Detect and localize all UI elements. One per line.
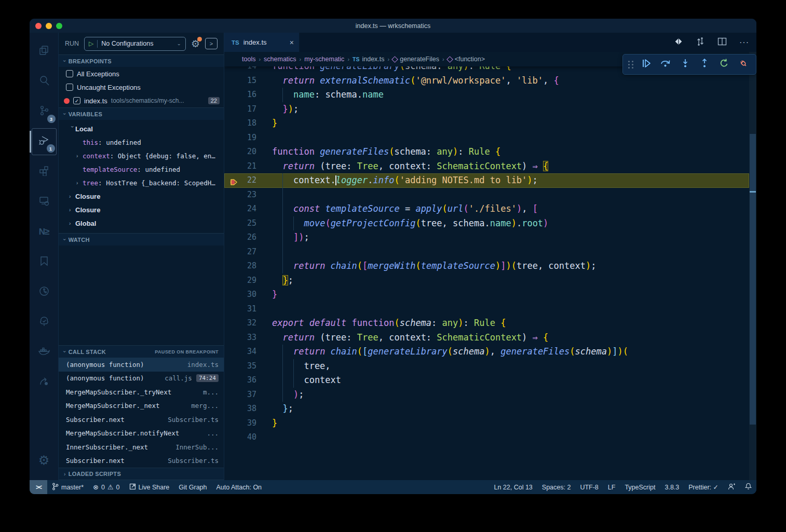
sidebar-item-source-control[interactable]: 3	[32, 98, 57, 125]
launch-configuration-dropdown[interactable]: ▷ No Configurations ⌄	[84, 37, 186, 51]
code-line[interactable]: 33 return (tree: Tree, context: Schemati…	[224, 331, 749, 345]
synchronize-button[interactable]	[696, 37, 705, 48]
code-line[interactable]: 18}	[224, 116, 749, 131]
line-number[interactable]: 37	[224, 388, 256, 402]
code-line[interactable]: 36 context	[224, 373, 749, 388]
step-into-button[interactable]	[678, 57, 693, 72]
breakpoint-row[interactable]: ✓index.tstools/schematics/my-sch...22	[59, 94, 224, 107]
breadcrumb-item[interactable]: my-schematic	[304, 56, 344, 63]
code-line[interactable]: 32export default function(schema: any): …	[224, 316, 749, 331]
auto-attach-item[interactable]: Auto Attach: On	[212, 480, 267, 494]
line-number[interactable]: 18	[224, 116, 256, 131]
call-stack-frame[interactable]: InnerSubscriber._nextInnerSub...	[59, 440, 224, 454]
code-line[interactable]: 27	[224, 245, 749, 260]
variable-row[interactable]: templateSource: undefined	[59, 162, 224, 176]
tab-index-ts[interactable]: TS index.ts ×	[224, 33, 300, 52]
variable-scope-row[interactable]: ›Closure	[59, 189, 224, 203]
call-stack-frame[interactable]: (anonymous function)call.js74:24	[59, 372, 224, 386]
breadcrumb-item[interactable]: schematics	[264, 56, 296, 63]
code-line[interactable]: 22 context.logger.info('adding NOTES.md …	[224, 173, 749, 188]
live-share-item[interactable]: Live Share	[125, 480, 174, 494]
line-number[interactable]: 19	[224, 131, 256, 145]
step-out-button[interactable]	[698, 57, 712, 72]
call-stack-frame[interactable]: Subscriber.nextSubscriber.ts	[59, 454, 224, 468]
code-line[interactable]: 17 });	[224, 102, 749, 117]
close-window-button[interactable]	[35, 23, 42, 29]
sidebar-item-bookmarks[interactable]	[32, 249, 57, 276]
line-number[interactable]: 31	[224, 302, 256, 317]
breakpoint-row[interactable]: All Exceptions	[59, 67, 224, 80]
scrollbar-slider[interactable]	[750, 134, 756, 425]
line-number[interactable]: 34	[224, 345, 256, 359]
code-line[interactable]: 25 move(getProjectConfig(tree, schema.na…	[224, 216, 749, 231]
code-line[interactable]: 31	[224, 302, 749, 317]
line-number[interactable]: 17	[224, 102, 256, 117]
breakpoints-section-header[interactable]: › BREAKPOINTS	[59, 54, 224, 67]
line-number[interactable]: 15	[224, 74, 256, 88]
call-stack-frame[interactable]: MergeMapSubscriber._tryNextm...	[59, 385, 224, 399]
encoding-item[interactable]: UTF-8	[575, 480, 603, 494]
code-line[interactable]: 34 return chain([generateLibrary(schema)…	[224, 345, 749, 359]
prettier-item[interactable]: Prettier: ✓	[684, 480, 723, 494]
breakpoint-checkbox[interactable]: ✓	[73, 97, 80, 104]
breakpoint-row[interactable]: Uncaught Exceptions	[59, 80, 224, 94]
line-number[interactable]: 38	[224, 402, 256, 416]
line-number[interactable]: 21	[224, 159, 256, 174]
variable-row[interactable]: this: undefined	[59, 135, 224, 149]
call-stack-frame[interactable]: Subscriber.nextSubscriber.ts	[59, 413, 224, 427]
eol-item[interactable]: LF	[603, 480, 620, 494]
feedback-item[interactable]	[723, 480, 740, 494]
line-number[interactable]: 35	[224, 359, 256, 374]
line-number[interactable]: 25	[224, 216, 256, 231]
sidebar-item-nx-console[interactable]: N≥	[32, 219, 57, 245]
code-line[interactable]: 19	[224, 131, 749, 145]
variable-row[interactable]: ›tree: HostTree {_backend: ScopedH…	[59, 176, 224, 189]
code-line[interactable]: 24 const templateSource = apply(url('./f…	[224, 202, 749, 216]
code-line[interactable]: 35 tree,	[224, 359, 749, 374]
breakpoint-checkbox[interactable]	[66, 70, 73, 77]
line-number[interactable]: 28	[224, 259, 256, 274]
sidebar-item-remote-explorer[interactable]	[32, 188, 57, 215]
code-line[interactable]: 39}	[224, 416, 749, 431]
variable-scope-row[interactable]: ›Closure	[59, 203, 224, 216]
cursor-position-item[interactable]: Ln 22, Col 13	[489, 480, 537, 494]
drag-handle[interactable]	[628, 61, 634, 69]
call-stack-frame[interactable]: MergeMapSubscriber._nextmerg...	[59, 399, 224, 413]
ts-version-item[interactable]: 3.8.3	[660, 480, 684, 494]
breadcrumb-item[interactable]: TSindex.ts	[353, 56, 385, 63]
more-actions-button[interactable]: ···	[739, 38, 749, 47]
call-stack-frame[interactable]: (anonymous function)index.ts	[59, 358, 224, 372]
variable-row[interactable]: ›context: Object {debug: false, en…	[59, 149, 224, 162]
remote-indicator[interactable]: ><	[30, 480, 47, 494]
breadcrumb-item[interactable]: tools	[242, 56, 255, 63]
minimize-window-button[interactable]	[46, 23, 52, 29]
configure-launch-button[interactable]: ⚙	[191, 38, 200, 50]
breadcrumb-item[interactable]: generateFiles	[392, 56, 439, 63]
line-number[interactable]: 24	[224, 202, 256, 216]
current-statement-breakpoint-icon[interactable]	[229, 176, 238, 191]
line-number[interactable]: 40	[224, 430, 256, 445]
line-number[interactable]: 36	[224, 373, 256, 388]
sidebar-item-deploy[interactable]	[32, 369, 57, 396]
continue-button[interactable]	[639, 57, 654, 72]
disconnect-button[interactable]	[737, 57, 751, 72]
sidebar-item-run-debug[interactable]: 1	[32, 128, 57, 155]
code-line[interactable]: 40	[224, 430, 749, 445]
variable-scope-row[interactable]: ›Local	[59, 122, 224, 135]
debug-console-button[interactable]: >	[205, 38, 218, 49]
step-over-button[interactable]	[659, 57, 673, 72]
code-line[interactable]: 30}	[224, 288, 749, 302]
code-line[interactable]: 16 name: schema.name	[224, 88, 749, 102]
sidebar-item-test-explorer[interactable]	[32, 309, 57, 336]
problems-item[interactable]: ⊗ 0 ⚠ 0	[88, 480, 124, 494]
line-number[interactable]: 27	[224, 245, 256, 260]
maximize-window-button[interactable]	[56, 23, 62, 29]
manage-button[interactable]: ⚙	[32, 447, 57, 474]
code-line[interactable]: 29 };	[224, 274, 749, 288]
sidebar-item-git-history[interactable]	[32, 279, 57, 306]
open-changes-button[interactable]	[674, 37, 683, 48]
variables-section-header[interactable]: › VARIABLES	[59, 107, 224, 120]
code-line[interactable]: 20function generateFiles(schema: any): R…	[224, 145, 749, 159]
close-tab-icon[interactable]: ×	[290, 38, 294, 47]
code-line[interactable]: 21 return (tree: Tree, context: Schemati…	[224, 159, 749, 174]
